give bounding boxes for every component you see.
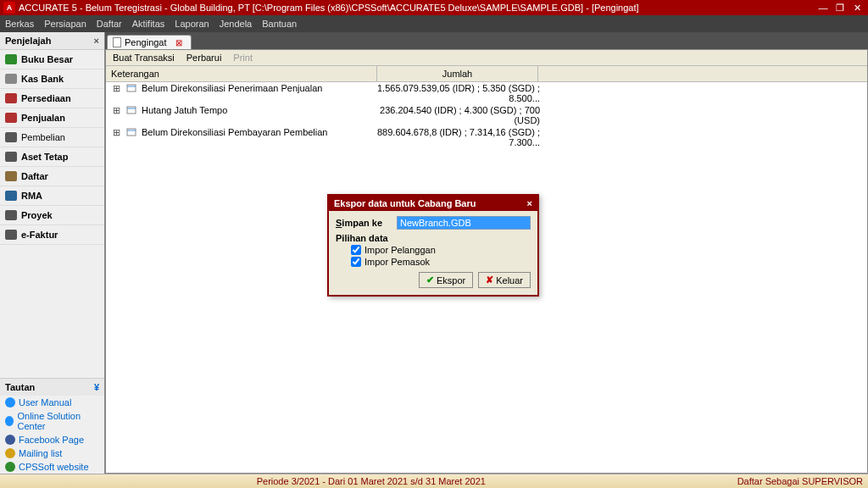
app-icon: A: [3, 2, 15, 14]
impor-pemasok-checkbox[interactable]: [351, 257, 361, 267]
impor-pelanggan-checkbox[interactable]: [351, 245, 361, 255]
maximize-button[interactable]: ❐: [832, 2, 848, 14]
sidebar-item-label: Pembelian: [21, 132, 65, 142]
col-keterangan[interactable]: Keterangan: [106, 66, 377, 81]
status-period: Periode 3/2021 - Dari 01 Maret 2021 s/d …: [257, 476, 486, 486]
sidebar-item-persediaan[interactable]: Persediaan: [0, 89, 104, 108]
ekspor-button[interactable]: ✔Ekspor: [419, 272, 473, 288]
sidebar-item-rma[interactable]: RMA: [0, 186, 104, 206]
tab-label: Pengingat: [125, 37, 167, 47]
expand-icon[interactable]: ⊞: [106, 83, 126, 103]
statusbar: Periode 3/2021 - Dari 01 Maret 2021 s/d …: [0, 474, 868, 488]
sidebar-item-buku-besar[interactable]: Buku Besar: [0, 50, 104, 69]
tautan-title: Tautan: [5, 382, 35, 392]
sidebar-item-kas-bank[interactable]: Kas Bank: [0, 69, 104, 89]
sidebar-item-pembelian[interactable]: Pembelian: [0, 128, 104, 147]
sidebar-item-proyek[interactable]: Proyek: [0, 206, 104, 225]
sidebar-item-label: Aset Tetap: [21, 152, 68, 162]
link-label: User Manual: [19, 397, 71, 408]
document-icon: [113, 37, 121, 47]
nav-icon: [5, 210, 17, 220]
link-label: CPSSoft website: [19, 462, 89, 472]
nav-icon: [5, 191, 17, 201]
chevron-down-icon: ¥: [94, 382, 99, 392]
sidebar-item-label: e-Faktur: [21, 230, 58, 240]
export-dialog: Ekspor data untuk Cabang Baru × Simpan k…: [327, 194, 539, 297]
nav-icon: [5, 93, 17, 103]
row-amount: 236.204.540 (IDR) ; 4.300 (SGD) ; 700 (U…: [377, 105, 547, 125]
menu-jendela[interactable]: Jendela: [220, 19, 253, 29]
nav-icon: [5, 113, 17, 123]
dialog-close-icon[interactable]: ×: [527, 198, 532, 208]
menu-persiapan[interactable]: Persiapan: [44, 19, 86, 29]
sidebar-item-penjualan[interactable]: Penjualan: [0, 108, 104, 128]
fb-icon: [5, 435, 15, 445]
tab-strip: Pengingat ⊠: [105, 32, 868, 49]
sidebar-item-label: Buku Besar: [21, 54, 73, 64]
link-facebook-page[interactable]: Facebook Page: [0, 433, 104, 446]
sidebar-item-label: Daftar: [21, 171, 48, 181]
col-jumlah[interactable]: Jumlah: [377, 66, 538, 81]
web-icon: [5, 462, 15, 472]
link-label: Mailing list: [19, 448, 62, 458]
row-icon: [126, 83, 140, 103]
sidebar-item-e-faktur[interactable]: e-Faktur: [0, 225, 104, 245]
link-mailing-list[interactable]: Mailing list: [0, 446, 104, 460]
nav-icon: [5, 132, 17, 142]
table-row[interactable]: ⊞Hutang Jatuh Tempo236.204.540 (IDR) ; 4…: [106, 104, 867, 126]
doc-toolbar: Buat Transaksi Perbarui Print: [106, 50, 867, 66]
svg-rect-4: [127, 129, 136, 136]
expand-icon[interactable]: ⊞: [106, 127, 126, 147]
dialog-titlebar[interactable]: Ekspor data untuk Cabang Baru ×: [329, 196, 537, 211]
link-online-solution-center[interactable]: Online Solution Center: [0, 409, 104, 433]
grid-header: Keterangan Jumlah: [106, 66, 867, 82]
row-desc: Belum Direkonsiliasi Penerimaan Penjuala…: [140, 83, 377, 103]
tab-pengingat[interactable]: Pengingat ⊠: [107, 35, 192, 49]
keluar-button[interactable]: ✘Keluar: [478, 272, 531, 288]
menu-bantuan[interactable]: Bantuan: [262, 19, 297, 29]
simpan-ke-label: Simpan ke: [336, 218, 397, 228]
sidebar-item-label: RMA: [21, 191, 42, 201]
menu-aktifitas[interactable]: Aktifitas: [132, 19, 165, 29]
sidebar: Penjelajah × Buku BesarKas BankPersediaa…: [0, 32, 105, 474]
row-amount: 1.565.079.539,05 (IDR) ; 5.350 (SGD) ; 8…: [377, 83, 547, 103]
close-button[interactable]: ✕: [849, 2, 865, 14]
dialog-title-text: Ekspor data untuk Cabang Baru: [334, 198, 476, 208]
impor-pelanggan-label: Impor Pelanggan: [364, 245, 436, 255]
help-icon: [5, 416, 14, 426]
mail-icon: [5, 448, 15, 458]
menu-laporan[interactable]: Laporan: [175, 19, 209, 29]
menubar: Berkas Persiapan Daftar Aktifitas Lapora…: [0, 15, 868, 32]
minimize-button[interactable]: —: [815, 2, 831, 14]
print-button[interactable]: Print: [233, 53, 253, 63]
sidebar-header: Penjelajah ×: [0, 32, 104, 50]
link-cpssoft-website[interactable]: CPSSoft website: [0, 460, 104, 474]
nav-icon: [5, 171, 17, 181]
menu-berkas[interactable]: Berkas: [5, 19, 34, 29]
link-label: Facebook Page: [19, 435, 84, 445]
impor-pemasok-label: Impor Pemasok: [364, 257, 430, 267]
buat-transaksi-button[interactable]: Buat Transaksi: [113, 53, 175, 63]
perbarui-button[interactable]: Perbarui: [186, 53, 222, 63]
status-user: Daftar Sebagai SUPERVISOR: [737, 476, 863, 486]
table-row[interactable]: ⊞Belum Direkonsiliasi Penerimaan Penjual…: [106, 82, 867, 104]
row-icon: [126, 105, 140, 125]
nav-icon: [5, 152, 17, 162]
row-desc: Belum Direkonsiliasi Pembayaran Pembelia…: [140, 127, 377, 147]
nav-icon: [5, 74, 17, 84]
check-icon: ✔: [426, 274, 434, 286]
window-title: ACCURATE 5 - Belum Teregistrasi - Global…: [19, 3, 814, 13]
simpan-ke-input[interactable]: [397, 216, 531, 230]
sidebar-item-label: Kas Bank: [21, 74, 64, 84]
menu-daftar[interactable]: Daftar: [97, 19, 122, 29]
svg-rect-0: [127, 85, 136, 92]
sidebar-close-icon[interactable]: ×: [94, 36, 99, 46]
sidebar-item-daftar[interactable]: Daftar: [0, 167, 104, 186]
sidebar-item-aset-tetap[interactable]: Aset Tetap: [0, 147, 104, 167]
sidebar-title: Penjelajah: [5, 36, 51, 46]
tautan-header[interactable]: Tautan ¥: [0, 378, 104, 396]
tab-close-icon[interactable]: ⊠: [175, 38, 182, 47]
expand-icon[interactable]: ⊞: [106, 105, 126, 125]
link-user-manual[interactable]: User Manual: [0, 396, 104, 409]
table-row[interactable]: ⊞Belum Direkonsiliasi Pembayaran Pembeli…: [106, 126, 867, 148]
